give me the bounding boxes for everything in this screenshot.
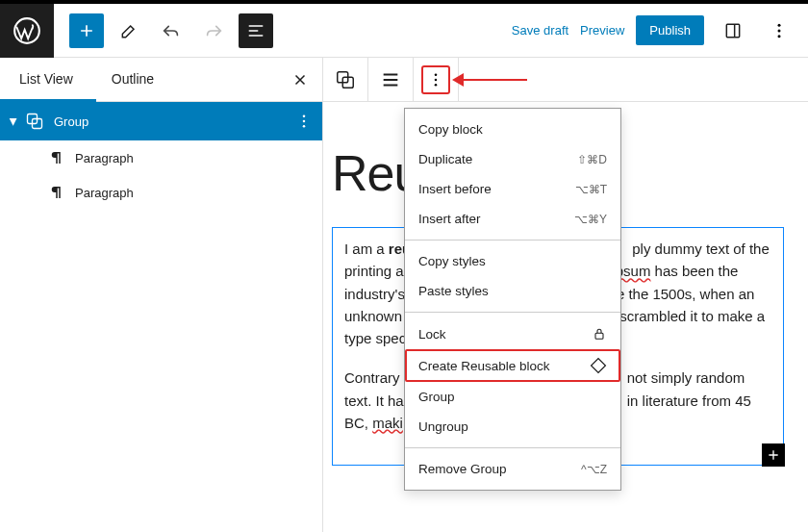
menu-label: Insert after <box>418 212 481 226</box>
text-fragment: I am a <box>344 241 389 257</box>
svg-point-10 <box>303 125 306 128</box>
editor-header: Save draft Preview Publish <box>0 4 808 58</box>
lock-icon <box>592 326 607 342</box>
tree-block-paragraph[interactable]: Paragraph <box>0 140 322 175</box>
menu-label: Paste styles <box>418 284 489 298</box>
menu-shortcut: ⌥⌘Y <box>574 213 607 226</box>
edit-mode-button[interactable] <box>112 13 146 48</box>
document-overview-sidebar: List View Outline ▶ Group Paragraph <box>0 58 323 532</box>
svg-point-15 <box>435 83 438 86</box>
publish-button[interactable]: Publish <box>636 15 704 45</box>
menu-insert-after[interactable]: Insert after⌥⌘Y <box>405 204 620 234</box>
options-menu-button[interactable] <box>762 13 796 48</box>
paragraph-icon <box>48 184 65 201</box>
svg-rect-16 <box>595 333 603 339</box>
chevron-down-icon: ▶ <box>9 117 19 125</box>
active-tab-indicator <box>0 99 96 102</box>
paragraph-icon <box>48 149 65 166</box>
tree-group-options-icon[interactable] <box>295 113 313 130</box>
document-overview-button[interactable] <box>239 13 273 48</box>
menu-copy-styles[interactable]: Copy styles <box>405 246 620 276</box>
group-icon <box>25 112 44 131</box>
tree-item-label: Paragraph <box>75 151 134 165</box>
svg-point-8 <box>303 114 306 117</box>
menu-duplicate[interactable]: Duplicate⇧⌘D <box>405 144 620 174</box>
svg-point-9 <box>303 120 306 123</box>
tree-block-paragraph[interactable]: Paragraph <box>0 175 322 210</box>
menu-remove-group[interactable]: Remove Group^⌥Z <box>405 454 620 484</box>
menu-label: Group <box>418 390 455 404</box>
tree-group-label: Group <box>54 114 88 129</box>
text-fragment: Contrary <box>344 369 404 386</box>
menu-ungroup[interactable]: Ungroup <box>405 412 620 442</box>
menu-label: Copy block <box>418 122 483 137</box>
close-sidebar-button[interactable] <box>278 58 322 101</box>
menu-label: Duplicate <box>418 152 472 166</box>
header-right-tools: Save draft Preview Publish <box>512 13 808 48</box>
text-misspelled: maki <box>372 415 403 431</box>
menu-copy-block[interactable]: Copy block <box>405 114 620 144</box>
menu-label: Lock <box>418 327 446 342</box>
tree-item-label: Paragraph <box>75 186 134 200</box>
svg-rect-1 <box>726 24 739 37</box>
settings-panel-toggle[interactable] <box>716 13 750 48</box>
menu-label: Copy styles <box>418 254 486 268</box>
block-options-button[interactable] <box>421 65 450 94</box>
menu-label: Remove Group <box>418 462 507 476</box>
block-options-dropdown: Copy block Duplicate⇧⌘D Insert before⌥⌘T… <box>404 108 621 491</box>
tab-outline[interactable]: Outline <box>92 58 173 101</box>
menu-create-reusable-block[interactable]: Create Reusable block <box>405 349 620 382</box>
preview-button[interactable]: Preview <box>580 23 624 38</box>
add-block-button[interactable] <box>69 13 104 48</box>
tab-list-view[interactable]: List View <box>0 58 92 101</box>
align-button[interactable] <box>368 58 413 102</box>
svg-rect-17 <box>592 359 606 373</box>
header-left-tools <box>54 13 273 48</box>
menu-shortcut: ⌥⌘T <box>575 183 607 196</box>
menu-shortcut: ^⌥Z <box>581 463 607 476</box>
menu-insert-before[interactable]: Insert before⌥⌘T <box>405 174 620 204</box>
svg-point-13 <box>435 73 438 76</box>
reusable-block-icon <box>590 357 607 374</box>
block-tree: ▶ Group Paragraph Paragraph <box>0 102 322 210</box>
menu-label: Ungroup <box>418 419 468 434</box>
menu-group[interactable]: Group <box>405 382 620 412</box>
block-toolbar <box>323 58 808 102</box>
undo-button[interactable] <box>154 13 189 48</box>
menu-paste-styles[interactable]: Paste styles <box>405 276 620 306</box>
wordpress-logo[interactable] <box>0 4 54 58</box>
menu-label: Create Reusable block <box>418 359 550 373</box>
svg-point-5 <box>778 35 781 38</box>
redo-button[interactable] <box>196 13 231 48</box>
sidebar-tabs: List View Outline <box>0 58 322 102</box>
block-type-button[interactable] <box>323 58 367 102</box>
add-block-inline-button[interactable] <box>762 443 785 467</box>
save-draft-button[interactable]: Save draft <box>512 23 568 38</box>
tree-block-group[interactable]: ▶ Group <box>0 102 322 140</box>
menu-label: Insert before <box>418 182 492 196</box>
menu-shortcut: ⇧⌘D <box>577 153 607 166</box>
svg-point-14 <box>435 78 438 81</box>
menu-lock[interactable]: Lock <box>405 318 620 349</box>
svg-point-4 <box>778 29 781 32</box>
svg-point-3 <box>778 23 781 26</box>
